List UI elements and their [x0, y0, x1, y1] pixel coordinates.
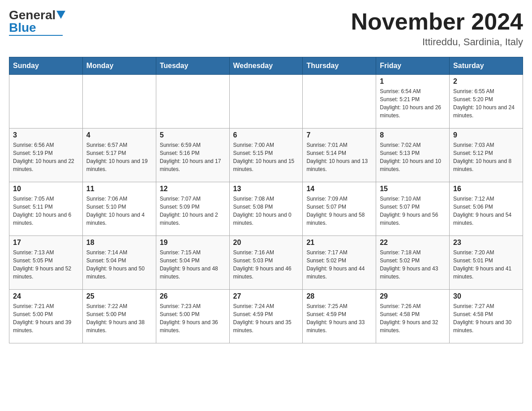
logo-triangle-icon [56, 11, 65, 20]
calendar-header-row: Sunday Monday Tuesday Wednesday Thursday… [9, 57, 523, 75]
day-number: 24 [13, 292, 79, 300]
header-friday: Friday [376, 57, 450, 75]
day-number: 8 [380, 131, 446, 139]
calendar-cell-w5-d1: 24Sunrise: 7:21 AMSunset: 5:00 PMDayligh… [9, 290, 83, 343]
day-number: 22 [380, 239, 446, 247]
calendar-cell-w4-d5: 21Sunrise: 7:17 AMSunset: 5:02 PMDayligh… [303, 236, 376, 290]
header-thursday: Thursday [303, 57, 376, 75]
day-info: Sunrise: 6:55 AMSunset: 5:20 PMDaylight:… [453, 87, 519, 120]
calendar-cell-w4-d4: 20Sunrise: 7:16 AMSunset: 5:03 PMDayligh… [229, 236, 303, 290]
day-info: Sunrise: 7:24 AMSunset: 4:59 PMDaylight:… [233, 302, 299, 334]
day-info: Sunrise: 7:02 AMSunset: 5:13 PMDaylight:… [380, 141, 446, 173]
day-number: 16 [453, 185, 519, 193]
calendar-cell-w1-d3 [156, 75, 229, 128]
day-number: 18 [86, 239, 152, 247]
day-info: Sunrise: 6:54 AMSunset: 5:21 PMDaylight:… [380, 87, 446, 120]
day-number: 13 [233, 185, 299, 193]
logo: General Blue [9, 9, 65, 36]
week-row-2: 3Sunrise: 6:56 AMSunset: 5:19 PMDaylight… [9, 128, 523, 182]
calendar-cell-w2-d7: 9Sunrise: 7:03 AMSunset: 5:12 PMDaylight… [450, 128, 523, 182]
calendar-cell-w5-d4: 27Sunrise: 7:24 AMSunset: 4:59 PMDayligh… [229, 290, 303, 343]
logo-underline [9, 35, 63, 36]
day-number: 2 [453, 77, 519, 86]
calendar-cell-w2-d2: 4Sunrise: 6:57 AMSunset: 5:17 PMDaylight… [82, 128, 156, 182]
svg-marker-0 [56, 11, 65, 19]
week-row-1: 1Sunrise: 6:54 AMSunset: 5:21 PMDaylight… [9, 75, 523, 128]
day-number: 29 [380, 292, 446, 300]
location-subtitle: Ittireddu, Sardinia, Italy [351, 36, 523, 48]
calendar-cell-w3-d7: 16Sunrise: 7:12 AMSunset: 5:06 PMDayligh… [450, 182, 523, 236]
calendar-cell-w5-d2: 25Sunrise: 7:22 AMSunset: 5:00 PMDayligh… [82, 290, 156, 343]
header-tuesday: Tuesday [156, 57, 229, 75]
day-number: 21 [306, 239, 372, 247]
calendar-cell-w1-d2 [82, 75, 156, 128]
day-info: Sunrise: 7:21 AMSunset: 5:00 PMDaylight:… [13, 302, 79, 334]
day-number: 11 [86, 185, 152, 193]
calendar-cell-w5-d7: 30Sunrise: 7:27 AMSunset: 4:58 PMDayligh… [450, 290, 523, 343]
calendar-cell-w4-d6: 22Sunrise: 7:18 AMSunset: 5:02 PMDayligh… [376, 236, 450, 290]
header-sunday: Sunday [9, 57, 83, 75]
day-info: Sunrise: 7:12 AMSunset: 5:06 PMDaylight:… [453, 195, 519, 227]
day-number: 1 [380, 77, 446, 86]
day-number: 17 [13, 239, 79, 247]
day-number: 25 [86, 292, 152, 300]
day-number: 5 [160, 131, 226, 139]
day-number: 4 [86, 131, 152, 139]
day-number: 27 [233, 292, 299, 300]
day-info: Sunrise: 7:00 AMSunset: 5:15 PMDaylight:… [233, 141, 299, 173]
day-number: 3 [13, 131, 79, 139]
day-info: Sunrise: 7:01 AMSunset: 5:14 PMDaylight:… [306, 141, 372, 173]
day-info: Sunrise: 7:20 AMSunset: 5:01 PMDaylight:… [453, 248, 519, 281]
calendar-cell-w1-d7: 2Sunrise: 6:55 AMSunset: 5:20 PMDaylight… [450, 75, 523, 128]
calendar-cell-w3-d3: 12Sunrise: 7:07 AMSunset: 5:09 PMDayligh… [156, 182, 229, 236]
day-info: Sunrise: 6:59 AMSunset: 5:16 PMDaylight:… [160, 141, 226, 173]
calendar-cell-w4-d7: 23Sunrise: 7:20 AMSunset: 5:01 PMDayligh… [450, 236, 523, 290]
week-row-3: 10Sunrise: 7:05 AMSunset: 5:11 PMDayligh… [9, 182, 523, 236]
calendar-cell-w4-d1: 17Sunrise: 7:13 AMSunset: 5:05 PMDayligh… [9, 236, 83, 290]
day-info: Sunrise: 7:05 AMSunset: 5:11 PMDaylight:… [13, 195, 79, 227]
day-info: Sunrise: 7:06 AMSunset: 5:10 PMDaylight:… [86, 195, 152, 227]
day-info: Sunrise: 7:22 AMSunset: 5:00 PMDaylight:… [86, 302, 152, 334]
calendar-cell-w3-d1: 10Sunrise: 7:05 AMSunset: 5:11 PMDayligh… [9, 182, 83, 236]
day-info: Sunrise: 7:18 AMSunset: 5:02 PMDaylight:… [380, 248, 446, 281]
day-number: 23 [453, 239, 519, 247]
calendar-cell-w5-d3: 26Sunrise: 7:23 AMSunset: 5:00 PMDayligh… [156, 290, 229, 343]
day-info: Sunrise: 6:57 AMSunset: 5:17 PMDaylight:… [86, 141, 152, 173]
week-row-5: 24Sunrise: 7:21 AMSunset: 5:00 PMDayligh… [9, 290, 523, 343]
day-info: Sunrise: 7:25 AMSunset: 4:59 PMDaylight:… [306, 302, 372, 334]
day-number: 14 [306, 185, 372, 193]
day-number: 6 [233, 131, 299, 139]
calendar-cell-w4-d3: 19Sunrise: 7:15 AMSunset: 5:04 PMDayligh… [156, 236, 229, 290]
calendar-cell-w1-d5 [303, 75, 376, 128]
calendar-table: Sunday Monday Tuesday Wednesday Thursday… [9, 57, 523, 343]
day-info: Sunrise: 7:16 AMSunset: 5:03 PMDaylight:… [233, 248, 299, 281]
calendar-cell-w1-d1 [9, 75, 83, 128]
calendar-cell-w4-d2: 18Sunrise: 7:14 AMSunset: 5:04 PMDayligh… [82, 236, 156, 290]
day-info: Sunrise: 7:14 AMSunset: 5:04 PMDaylight:… [86, 248, 152, 281]
day-info: Sunrise: 7:03 AMSunset: 5:12 PMDaylight:… [453, 141, 519, 173]
header-wednesday: Wednesday [229, 57, 303, 75]
calendar-cell-w1-d4 [229, 75, 303, 128]
day-info: Sunrise: 7:23 AMSunset: 5:00 PMDaylight:… [160, 302, 226, 334]
calendar-cell-w3-d6: 15Sunrise: 7:10 AMSunset: 5:07 PMDayligh… [376, 182, 450, 236]
page-header: General Blue November 2024 Ittireddu, Sa… [9, 9, 523, 48]
calendar-cell-w5-d6: 29Sunrise: 7:26 AMSunset: 4:58 PMDayligh… [376, 290, 450, 343]
day-info: Sunrise: 6:56 AMSunset: 5:19 PMDaylight:… [13, 141, 79, 173]
calendar-cell-w3-d5: 14Sunrise: 7:09 AMSunset: 5:07 PMDayligh… [303, 182, 376, 236]
day-info: Sunrise: 7:09 AMSunset: 5:07 PMDaylight:… [306, 195, 372, 227]
calendar-cell-w5-d5: 28Sunrise: 7:25 AMSunset: 4:59 PMDayligh… [303, 290, 376, 343]
header-monday: Monday [82, 57, 156, 75]
calendar-cell-w2-d6: 8Sunrise: 7:02 AMSunset: 5:13 PMDaylight… [376, 128, 450, 182]
day-number: 15 [380, 185, 446, 193]
logo-general-text: General [9, 9, 56, 21]
calendar-cell-w3-d2: 11Sunrise: 7:06 AMSunset: 5:10 PMDayligh… [82, 182, 156, 236]
day-number: 30 [453, 292, 519, 300]
header-saturday: Saturday [450, 57, 523, 75]
week-row-4: 17Sunrise: 7:13 AMSunset: 5:05 PMDayligh… [9, 236, 523, 290]
calendar-cell-w3-d4: 13Sunrise: 7:08 AMSunset: 5:08 PMDayligh… [229, 182, 303, 236]
day-info: Sunrise: 7:27 AMSunset: 4:58 PMDaylight:… [453, 302, 519, 334]
day-info: Sunrise: 7:07 AMSunset: 5:09 PMDaylight:… [160, 195, 226, 227]
day-info: Sunrise: 7:10 AMSunset: 5:07 PMDaylight:… [380, 195, 446, 227]
day-number: 9 [453, 131, 519, 139]
day-number: 7 [306, 131, 372, 139]
